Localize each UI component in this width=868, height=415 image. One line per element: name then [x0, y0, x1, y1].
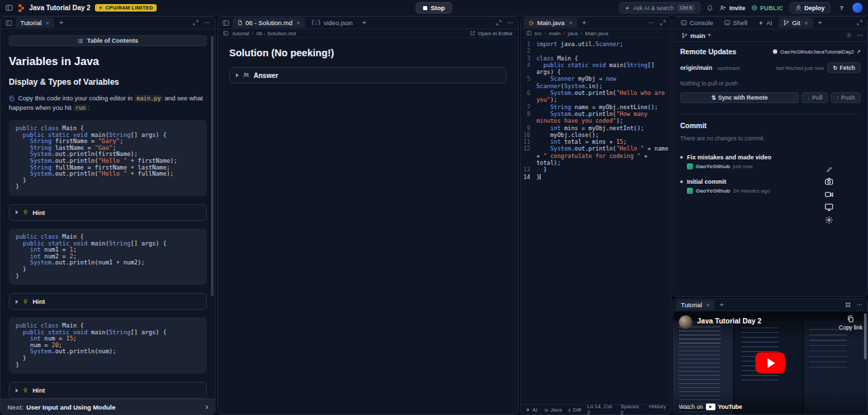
cursor-position[interactable]: Ln 14, Col 2	[587, 403, 615, 415]
close-tab-icon[interactable]: ×	[706, 302, 710, 309]
code-line[interactable]: 3class Main {	[521, 55, 671, 62]
diff-toggle[interactable]: ± Diff	[568, 407, 580, 413]
tab-ai[interactable]: AI	[753, 18, 777, 28]
language-indicator[interactable]: Java	[544, 407, 562, 413]
gear-icon[interactable]	[825, 216, 833, 224]
tab-video-json[interactable]: {;} video.json	[307, 18, 357, 28]
folder-tree-icon	[526, 31, 532, 36]
tab-shell[interactable]: Shell	[719, 18, 752, 28]
pencil-icon[interactable]	[826, 166, 833, 173]
user-avatar[interactable]	[852, 3, 863, 13]
code-line[interactable]: 7 String name = myObj.nextLine();	[521, 104, 671, 111]
more-options-icon[interactable]	[854, 302, 865, 308]
close-tab-icon[interactable]: ×	[45, 20, 50, 26]
copy-link-button[interactable]: Copy link	[839, 315, 863, 331]
channel-avatar[interactable]	[679, 315, 692, 329]
code-line[interactable]: 5 Scanner myObj = new Scanner(System.in)…	[521, 75, 671, 90]
code-line[interactable]: 13 }	[521, 166, 671, 173]
video-panel-scrollbar[interactable]	[864, 313, 867, 359]
new-tab-button[interactable]: +	[716, 301, 727, 309]
branch-selector[interactable]: main ▾	[677, 31, 715, 41]
replit-logo[interactable]	[18, 4, 24, 12]
code-line[interactable]: 8 System.out.println("How many minutes h…	[521, 111, 671, 125]
youtube-play-button[interactable]	[755, 353, 785, 374]
expand-panel-icon[interactable]	[494, 20, 504, 26]
help-button[interactable]: ?	[837, 3, 846, 13]
new-tab-button[interactable]: +	[359, 19, 370, 26]
hint-accordion-2[interactable]: Hint	[9, 293, 207, 310]
next-lesson-button[interactable]: Next: User Input and Using Module ›	[1, 399, 215, 414]
new-tab-button[interactable]: +	[56, 19, 66, 26]
commit-item[interactable]: Initial commitGaoYeGithub24 minutes ago	[680, 178, 861, 194]
close-tab-icon[interactable]: ×	[804, 20, 808, 26]
tab-solution-md[interactable]: 06 - Solution.md ×	[233, 18, 305, 28]
sync-with-remote-button[interactable]: ⇅ Sync with Remote	[680, 92, 799, 103]
close-tab-icon[interactable]: ×	[569, 20, 573, 26]
resource-limit-badge[interactable]: CPU/RAM LIMITED	[95, 4, 156, 12]
table-of-contents-button[interactable]: Table of Contents	[9, 35, 207, 46]
code-line[interactable]: 1import java.util.Scanner;	[521, 41, 671, 47]
monitor-icon[interactable]	[825, 203, 833, 212]
code-line[interactable]: 14}	[521, 174, 671, 180]
expand-panel-icon[interactable]	[854, 20, 865, 26]
tab-main-java[interactable]: Main.java ×	[524, 18, 577, 28]
commit-author-avatar	[687, 188, 693, 194]
hint-accordion-3[interactable]: Hint	[9, 382, 207, 399]
bell-icon[interactable]	[707, 5, 713, 12]
ai-toggle[interactable]: AI	[526, 407, 538, 413]
pull-button[interactable]: ↓ Pull	[802, 92, 828, 103]
new-tab-button[interactable]: +	[578, 19, 589, 26]
commit-item[interactable]: Fix mistakes and made videoGaoYeGithubju…	[680, 154, 861, 170]
deploy-button[interactable]: Deploy	[789, 2, 831, 14]
search-input[interactable]: Ask AI & search Ctrl K	[619, 2, 701, 14]
expand-panel-icon[interactable]	[658, 20, 668, 26]
folder-tree-icon	[223, 31, 229, 36]
repo-link[interactable]: GaoYeGithub/JavaTutorialDay2 ↗	[772, 49, 861, 55]
more-options-icon[interactable]	[856, 32, 863, 39]
code-block-1[interactable]: public class Main { public static void m…	[9, 120, 207, 196]
tutorial-scrollbar[interactable]	[211, 36, 214, 296]
panel-dock-icon[interactable]	[3, 20, 14, 26]
push-button[interactable]: ↑ Push	[831, 92, 861, 103]
code-line[interactable]: 11 int total = mins + 15;	[521, 138, 671, 145]
video-title[interactable]: Java Tutorial Day 2	[697, 317, 762, 325]
fetch-button[interactable]: ↻ Fetch	[827, 62, 861, 73]
new-tab-button[interactable]: +	[814, 19, 825, 26]
answer-accordion[interactable]: Answer	[229, 67, 507, 83]
code-block-3[interactable]: public class Main { public static void m…	[9, 317, 207, 374]
close-tab-icon[interactable]: ×	[296, 20, 300, 26]
editor-code-area[interactable]: 1import java.util.Scanner;2 3class Main …	[521, 38, 671, 406]
stop-button[interactable]: Stop	[416, 2, 452, 14]
camera-icon[interactable]	[825, 177, 833, 186]
tab-tutorial[interactable]: Tutorial ×	[16, 18, 54, 28]
window-sidebar-icon[interactable]	[5, 4, 13, 12]
expand-triangle-icon	[236, 73, 239, 77]
tab-console[interactable]: Console	[676, 18, 718, 28]
grid-icon[interactable]	[843, 302, 853, 308]
youtube-embed[interactable]: Java Tutorial Day 2 Copy link Watch on Y…	[673, 311, 867, 414]
more-options-icon[interactable]	[202, 20, 212, 26]
watch-on-youtube-link[interactable]: Watch on YouTube	[679, 403, 742, 410]
expand-panel-icon[interactable]	[191, 20, 201, 26]
code-line[interactable]: 2	[521, 47, 671, 54]
code-block-2[interactable]: public class Main { public static void m…	[9, 229, 207, 285]
tab-git[interactable]: Git ×	[778, 18, 813, 28]
code-line[interactable]: 4 public static void main(String[] args)…	[521, 62, 671, 76]
code-line[interactable]: 9 int mins = myObj.nextInt();	[521, 125, 671, 132]
hint-accordion-1[interactable]: Hint	[9, 204, 207, 221]
video-camera-icon[interactable]	[825, 190, 833, 199]
open-in-editor-button[interactable]: Open in Editor	[470, 31, 513, 37]
more-options-icon[interactable]	[505, 20, 515, 26]
invite-button[interactable]: Invite	[719, 5, 745, 12]
visibility-badge[interactable]: PUBLIC	[751, 5, 783, 12]
code-line[interactable]: 10 myObj.close();	[521, 132, 671, 138]
more-options-icon[interactable]	[646, 20, 656, 26]
code-line[interactable]: 12 System.out.println("Hello " + name + …	[521, 145, 671, 166]
top-bar: Java Tutorial Day 2 CPU/RAM LIMITED Stop…	[0, 0, 868, 16]
code-line[interactable]: 6 System.out.println("Hello who are you"…	[521, 90, 671, 104]
git-settings-icon[interactable]	[846, 32, 852, 39]
tab-video-tutorial[interactable]: Tutorial ×	[676, 300, 715, 310]
history-button[interactable]: History	[649, 403, 666, 415]
panel-dock-icon[interactable]	[220, 20, 231, 26]
indentation-setting[interactable]: Spaces: 2	[620, 403, 644, 415]
